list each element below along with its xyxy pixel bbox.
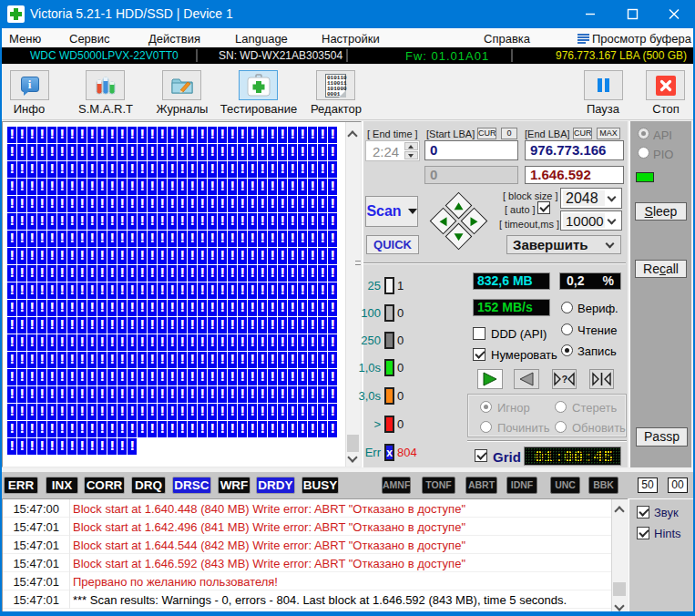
svg-text:?: ? xyxy=(562,374,568,385)
